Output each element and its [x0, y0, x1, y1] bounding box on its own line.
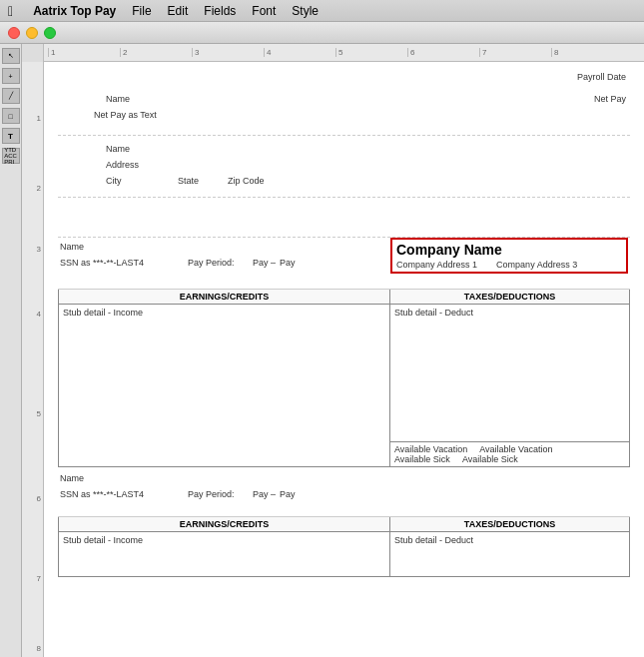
state-label: State [178, 176, 199, 186]
tool-abc[interactable]: YTDACCPRI [2, 148, 20, 164]
row4-header: Name SSN as ***-**-LAST4 Pay Period: Pay… [58, 238, 630, 290]
ruler-left-2: 2 [22, 184, 44, 193]
window-titlebar [0, 22, 644, 44]
tool-arrow[interactable]: ↖ [2, 48, 20, 64]
ruler-mark-2: 2 [120, 48, 192, 57]
payroll-date-label: Payroll Date [577, 72, 626, 82]
ruler-mark-6: 6 [407, 48, 479, 57]
dash-label-7: – [271, 489, 276, 499]
earnings-title-2: EARNINGS/CREDITS [59, 517, 389, 532]
canvas-area: 1 2 3 4 5 6 7 8 1 2 3 4 5 6 7 8 [22, 44, 644, 657]
company-addr1: Company Address 1 [396, 260, 477, 270]
ssn-label-7: SSN as ***-**-LAST4 [60, 489, 144, 499]
name-label-7: Name [60, 473, 84, 483]
pay-label-7: Pay [253, 489, 269, 499]
net-pay-label: Net Pay [594, 94, 626, 104]
ruler-marks: 1 2 3 4 5 6 7 8 [48, 48, 623, 57]
vacation-area: Available Vacation Available Vacation Av… [390, 441, 629, 466]
name-label-2: Name [106, 144, 130, 154]
menu-style[interactable]: Style [292, 4, 319, 18]
taxes-title: TAXES/DEDUCTIONS [390, 290, 629, 305]
row2-section: Name Address City State Zip Code [58, 136, 630, 198]
address-label: Address [106, 160, 139, 170]
ruler-mark-5: 5 [335, 48, 407, 57]
pay2-label: Pay [280, 258, 296, 268]
dash-label: – [271, 258, 276, 268]
earnings-box: EARNINGS/CREDITS Stub detail - Income [58, 290, 390, 467]
pay-period-label-7: Pay Period: [188, 489, 235, 499]
ruler-left-3: 3 [22, 245, 44, 254]
taxes-box-2: TAXES/DEDUCTIONS Stub detail - Deduct [390, 517, 630, 577]
ruler-mark-7: 7 [479, 48, 551, 57]
ruler-mark-8: 8 [551, 48, 623, 57]
app-name: Aatrix Top Pay [33, 4, 116, 18]
ruler-mark-3: 3 [192, 48, 264, 57]
avail-vacation-val: Available Vacation [479, 444, 552, 454]
earnings-title: EARNINGS/CREDITS [59, 290, 389, 305]
earnings-box-2: EARNINGS/CREDITS Stub detail - Income [58, 517, 390, 577]
zip-label: Zip Code [228, 176, 265, 186]
name-label-4: Name [60, 242, 84, 252]
apple-menu[interactable]:  [8, 3, 13, 19]
earnings-stub-detail: Stub detail - Income [59, 305, 389, 321]
minimize-button[interactable] [26, 27, 38, 39]
pay-period-label: Pay Period: [188, 258, 235, 268]
menubar:  Aatrix Top Pay File Edit Fields Font S… [0, 0, 644, 22]
tool-rect[interactable]: □ [2, 108, 20, 124]
menu-edit[interactable]: Edit [168, 4, 189, 18]
ruler-mark-4: 4 [264, 48, 335, 57]
ruler-corner [22, 44, 44, 62]
avail-sick-val: Available Sick [462, 454, 518, 464]
menu-file[interactable]: File [132, 4, 151, 18]
ruler-left-1: 1 [22, 114, 44, 123]
tool-text[interactable]: T [2, 128, 20, 144]
city-label: City [106, 176, 122, 186]
maximize-button[interactable] [44, 27, 56, 39]
ruler-left-6: 6 [22, 494, 44, 503]
row1-section: Payroll Date Name Net Pay Net Pay as Tex… [58, 68, 630, 136]
net-pay-text-label: Net Pay as Text [94, 110, 157, 120]
pay-label: Pay [253, 258, 269, 268]
taxes-stub-detail-2: Stub detail - Deduct [390, 532, 629, 548]
ruler-left-7: 7 [22, 574, 44, 583]
stub-boxes-2: EARNINGS/CREDITS Stub detail - Income TA… [58, 517, 630, 577]
pay2-label-7: Pay [280, 489, 296, 499]
ruler-left-5: 5 [22, 409, 44, 418]
name-label-1: Name [106, 94, 130, 104]
left-toolbar: ↖ + ╱ □ T YTDACCPRI [0, 44, 22, 657]
vacation-row-1: Available Vacation Available Vacation [394, 444, 625, 454]
vacation-row-2: Available Sick Available Sick [394, 454, 625, 464]
main-container: ↖ + ╱ □ T YTDACCPRI 1 2 3 4 5 6 7 8 1 2 [0, 44, 644, 657]
taxes-box: TAXES/DEDUCTIONS Stub detail - Deduct Av… [390, 290, 630, 467]
document: Payroll Date Name Net Pay Net Pay as Tex… [44, 62, 644, 657]
taxes-title-2: TAXES/DEDUCTIONS [390, 517, 629, 532]
company-name-text: Company Name [396, 242, 622, 258]
avail-vacation-label: Available Vacation [394, 444, 467, 454]
menu-fields[interactable]: Fields [204, 4, 236, 18]
ssn-label: SSN as ***-**-LAST4 [60, 258, 144, 268]
taxes-stub-detail: Stub detail - Deduct [390, 305, 629, 321]
row3-section [58, 198, 630, 238]
ruler-left-8: 8 [22, 644, 44, 653]
ruler-mark-1: 1 [48, 48, 120, 57]
stub-boxes-1: EARNINGS/CREDITS Stub detail - Income TA… [58, 290, 630, 467]
ruler-left: 1 2 3 4 5 6 7 8 [22, 62, 44, 657]
close-button[interactable] [8, 27, 20, 39]
menu-font[interactable]: Font [252, 4, 276, 18]
row7-header: Name SSN as ***-**-LAST4 Pay Period: Pay… [58, 469, 630, 517]
ruler-top: 1 2 3 4 5 6 7 8 [22, 44, 644, 62]
earnings-stub-detail-2: Stub detail - Income [59, 532, 389, 548]
ruler-left-4: 4 [22, 310, 44, 319]
company-addr3: Company Address 3 [496, 260, 577, 270]
company-name-box: Company Name Company Address 1 Company A… [390, 238, 628, 274]
tool-crosshair[interactable]: + [2, 68, 20, 84]
avail-sick-label: Available Sick [394, 454, 450, 464]
tool-line[interactable]: ╱ [2, 88, 20, 104]
